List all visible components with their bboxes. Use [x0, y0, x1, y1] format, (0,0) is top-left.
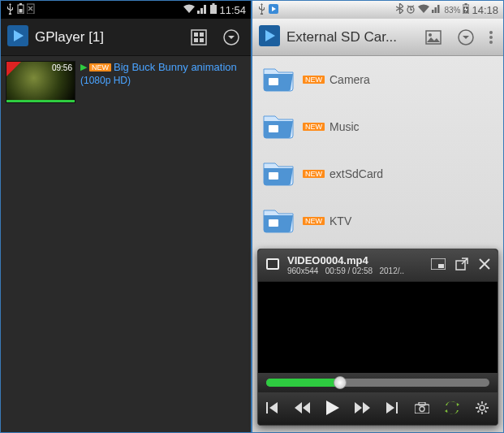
usb-icon: [257, 3, 266, 17]
video-title: Big Buck Bunny animation: [114, 61, 237, 73]
folder-item[interactable]: NEW extSdCard: [252, 150, 503, 197]
video-file-icon: [265, 256, 281, 275]
video-subtitle: (1080p HD): [80, 75, 237, 86]
fast-forward-button[interactable]: [355, 402, 371, 416]
svg-rect-35: [396, 402, 398, 414]
dropdown-button[interactable]: [453, 24, 479, 50]
svg-rect-10: [194, 38, 198, 42]
status-bar: 83% 14:18: [252, 1, 503, 19]
signal-icon: [197, 4, 208, 16]
wifi-icon: [183, 4, 195, 16]
new-badge: NEW: [303, 170, 325, 178]
folder-item[interactable]: NEW Music: [252, 103, 503, 150]
folder-name: KTV: [330, 214, 351, 227]
folder-item[interactable]: NEW Camera: [252, 56, 503, 103]
folder-name: Camera: [330, 73, 370, 86]
status-bar: 11:54: [1, 1, 251, 19]
popout-button[interactable]: [455, 258, 468, 273]
wifi-icon: [418, 4, 429, 15]
svg-point-39: [480, 405, 485, 410]
next-track-button[interactable]: [386, 402, 399, 416]
battery-text: 83%: [444, 6, 460, 15]
play-button[interactable]: [326, 401, 339, 418]
svg-rect-32: [438, 264, 444, 268]
player-controls: [258, 392, 498, 425]
new-badge: NEW: [303, 217, 325, 225]
snapshot-button[interactable]: [415, 402, 429, 416]
svg-rect-28: [269, 219, 278, 227]
player-filename: VIDEO0004.mp4: [287, 254, 424, 267]
svg-rect-2: [19, 9, 23, 13]
battery-small-icon: [17, 3, 24, 16]
svg-rect-17: [465, 3, 467, 5]
svg-point-38: [420, 406, 424, 411]
new-badge: NEW: [303, 76, 325, 84]
close-small-icon: [27, 3, 36, 16]
seek-bar[interactable]: [258, 373, 498, 392]
new-badge: NEW: [303, 123, 325, 131]
picture-view-button[interactable]: [420, 24, 446, 50]
folder-item[interactable]: NEW KTV: [252, 197, 503, 245]
svg-point-23: [489, 36, 493, 39]
svg-rect-4: [210, 5, 217, 14]
new-badge: ▶ NEW Big Buck Bunny animation: [80, 61, 237, 73]
app-bar: GPlayer [1]: [1, 19, 251, 56]
svg-rect-34: [266, 402, 268, 414]
battery-icon: [463, 3, 469, 16]
settings-button[interactable]: [475, 401, 489, 418]
folder-icon: [262, 64, 295, 95]
svg-rect-37: [419, 402, 425, 405]
usb-icon: [6, 3, 15, 17]
svg-rect-7: [192, 30, 206, 45]
pip-button[interactable]: [431, 258, 446, 272]
svg-point-22: [489, 31, 493, 34]
dropdown-button[interactable]: [218, 24, 244, 50]
left-screenshot: 11:54 GPlayer [1] 09:56 ▶ NEW Big B: [0, 0, 252, 433]
svg-point-24: [489, 41, 493, 44]
video-duration: 09:56: [52, 63, 72, 72]
battery-icon: [210, 3, 217, 16]
app-bar: External SD Car...: [252, 19, 503, 56]
app-logo-icon: [7, 25, 28, 50]
rewind-button[interactable]: [295, 402, 311, 416]
page-title: GPlayer [1]: [35, 29, 179, 45]
svg-rect-25: [269, 78, 278, 85]
svg-point-20: [429, 33, 432, 37]
page-title: External SD Car...: [286, 29, 414, 45]
right-screenshot: 83% 14:18 External SD Car... NEW: [252, 0, 504, 433]
svg-rect-8: [194, 32, 198, 37]
player-header[interactable]: VIDEO0004.mp4 960x544 00:59 / 02:58 2012…: [258, 249, 498, 282]
media-icon: [269, 4, 278, 16]
alarm-icon: [406, 4, 416, 16]
folder-icon: [262, 158, 295, 189]
svg-rect-9: [200, 32, 204, 37]
svg-rect-30: [268, 260, 278, 268]
video-thumbnail: 09:56: [6, 61, 75, 103]
prev-track-button[interactable]: [266, 402, 279, 416]
signal-icon: [432, 4, 442, 15]
floating-player[interactable]: VIDEO0004.mp4 960x544 00:59 / 02:58 2012…: [257, 249, 498, 426]
svg-rect-27: [269, 172, 278, 180]
folder-icon: [262, 111, 295, 142]
svg-rect-1: [19, 3, 22, 5]
grid-view-button[interactable]: [186, 24, 212, 50]
svg-rect-5: [213, 3, 215, 5]
play-small-icon: ▶: [80, 62, 87, 72]
video-list: 09:56 ▶ NEW Big Buck Bunny animation (10…: [1, 56, 251, 432]
overflow-menu-button[interactable]: [485, 24, 497, 50]
bluetooth-icon: [396, 3, 403, 16]
clock-text: 11:54: [219, 4, 246, 16]
video-item[interactable]: 09:56 ▶ NEW Big Buck Bunny animation (10…: [1, 56, 251, 108]
close-button[interactable]: [478, 258, 491, 273]
repeat-button[interactable]: [445, 401, 459, 417]
svg-rect-26: [269, 125, 278, 132]
folder-icon: [262, 206, 295, 236]
folder-name: extSdCard: [330, 167, 383, 180]
app-logo-icon: [259, 25, 280, 50]
clock-text: 14:18: [472, 4, 498, 16]
svg-rect-11: [200, 38, 204, 42]
player-video-area[interactable]: [258, 282, 498, 373]
seek-thumb[interactable]: [334, 376, 347, 389]
player-info: 960x544 00:59 / 02:58 2012/..: [287, 266, 424, 276]
folder-name: Music: [330, 120, 360, 133]
